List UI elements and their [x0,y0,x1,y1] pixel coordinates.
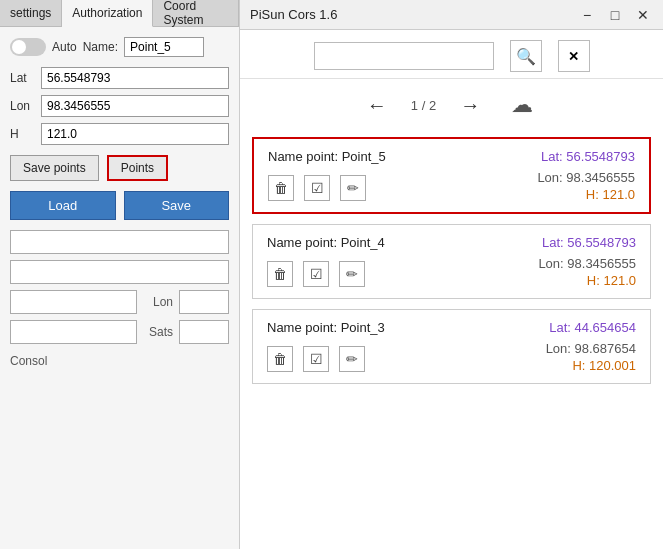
trash-button-5[interactable]: 🗑 [268,175,294,201]
card-coords-4: Lon: 98.3456555 H: 121.0 [538,256,636,288]
cloud-button[interactable]: ☁ [504,87,540,123]
left-content: Auto Name: Lat Lon H Save points Points … [0,27,239,549]
lon-label: Lon [10,99,35,113]
action-buttons: Save points Points [10,155,229,181]
sats-input[interactable] [179,320,229,344]
check-button-5[interactable]: ☑ [304,175,330,201]
card-top-5: Name point: Point_5 Lat: 56.5548793 [268,149,635,164]
point-name-5: Name point: Point_5 [268,149,386,164]
titlebar: PiSun Cors 1.6 − □ ✕ [240,0,663,30]
empty-input-4[interactable] [10,320,137,344]
card-actions-5: 🗑 ☑ ✏ [268,175,366,201]
empty-input-2[interactable] [10,260,229,284]
tab-authorization[interactable]: Authorization [62,0,153,27]
card-top-4: Name point: Point_4 Lat: 56.5548793 [267,235,636,250]
card-bottom-5: 🗑 ☑ ✏ Lon: 98.3456555 H: 121.0 [268,170,635,202]
check-icon-5: ☑ [311,180,324,196]
point-lat-3: Lat: 44.654654 [549,320,636,335]
name-input[interactable] [124,37,204,57]
maximize-button[interactable]: □ [605,5,625,25]
tab-coord-system[interactable]: Coord System [153,0,239,26]
empty-row-2 [10,260,229,284]
edit-icon-4: ✏ [346,266,358,282]
lon-row: Lon [10,95,229,117]
h-input[interactable] [41,123,229,145]
empty-fields-section: Lon Sats Consol [10,230,229,368]
save-button[interactable]: Save [124,191,230,220]
left-panel: settings Authorization Coord System Auto… [0,0,240,549]
point-name-3: Name point: Point_3 [267,320,385,335]
load-save-buttons: Load Save [10,191,229,220]
search-icon: 🔍 [516,47,536,66]
empty-input-1[interactable] [10,230,229,254]
name-label: Name: [83,40,118,54]
h-label: H [10,127,35,141]
edit-icon-3: ✏ [346,351,358,367]
search-button[interactable]: 🔍 [510,40,542,72]
forward-button[interactable]: → [456,94,484,117]
tab-bar: settings Authorization Coord System [0,0,239,27]
point-lat-5: Lat: 56.5548793 [541,149,635,164]
point-lon-4: Lon: 98.3456555 [538,256,636,271]
sats-row: Sats [10,320,229,344]
auto-label: Auto [52,40,77,54]
trash-button-4[interactable]: 🗑 [267,261,293,287]
card-bottom-4: 🗑 ☑ ✏ Lon: 98.3456555 H: 121.0 [267,256,636,288]
lon-side-label: Lon [143,295,173,309]
sats-label: Sats [143,325,173,339]
window-controls: − □ ✕ [577,5,653,25]
h-row: H [10,123,229,145]
trash-icon-5: 🗑 [274,180,288,196]
card-top-3: Name point: Point_3 Lat: 44.654654 [267,320,636,335]
point-name-4: Name point: Point_4 [267,235,385,250]
lat-input[interactable] [41,67,229,89]
window-title: PiSun Cors 1.6 [250,7,337,22]
edit-icon-5: ✏ [347,180,359,196]
empty-row-1 [10,230,229,254]
trash-icon-4: 🗑 [273,266,287,282]
edit-button-3[interactable]: ✏ [339,346,365,372]
navigation-row: ← 1 / 2 → ☁ [240,79,663,131]
load-button[interactable]: Load [10,191,116,220]
card-coords-3: Lon: 98.687654 H: 120.001 [546,341,636,373]
check-button-3[interactable]: ☑ [303,346,329,372]
check-icon-3: ☑ [310,351,323,367]
edit-button-5[interactable]: ✏ [340,175,366,201]
card-bottom-3: 🗑 ☑ ✏ Lon: 98.687654 H: 120.001 [267,341,636,373]
trash-button-3[interactable]: 🗑 [267,346,293,372]
clear-button[interactable]: ✕ [558,40,590,72]
point-h-3: H: 120.001 [572,358,636,373]
lon-side-row: Lon [10,290,229,314]
tab-settings[interactable]: settings [0,0,62,26]
lat-label: Lat [10,71,35,85]
point-h-4: H: 121.0 [587,273,636,288]
save-points-button[interactable]: Save points [10,155,99,181]
point-card-4: Name point: Point_4 Lat: 56.5548793 🗑 ☑ … [252,224,651,299]
points-list: Name point: Point_5 Lat: 56.5548793 🗑 ☑ … [240,131,663,549]
lon-input[interactable] [41,95,229,117]
edit-button-4[interactable]: ✏ [339,261,365,287]
auto-toggle[interactable] [10,38,46,56]
minimize-button[interactable]: − [577,5,597,25]
empty-input-3[interactable] [10,290,137,314]
point-card-5: Name point: Point_5 Lat: 56.5548793 🗑 ☑ … [252,137,651,214]
search-input[interactable] [314,42,494,70]
check-icon-4: ☑ [310,266,323,282]
cloud-icon: ☁ [511,92,533,118]
card-actions-4: 🗑 ☑ ✏ [267,261,365,287]
auto-row: Auto Name: [10,37,229,57]
card-coords-5: Lon: 98.3456555 H: 121.0 [537,170,635,202]
right-panel: PiSun Cors 1.6 − □ ✕ 🔍 ✕ ← 1 / 2 → ☁ Nam… [240,0,663,549]
close-button[interactable]: ✕ [633,5,653,25]
lat-row: Lat [10,67,229,89]
point-h-5: H: 121.0 [586,187,635,202]
check-button-4[interactable]: ☑ [303,261,329,287]
consol-label: Consol [10,354,229,368]
lon-side-input[interactable] [179,290,229,314]
search-toolbar: 🔍 ✕ [240,30,663,79]
clear-icon: ✕ [568,49,579,64]
toggle-knob [12,40,26,54]
points-button[interactable]: Points [107,155,168,181]
back-button[interactable]: ← [363,94,391,117]
trash-icon-3: 🗑 [273,351,287,367]
